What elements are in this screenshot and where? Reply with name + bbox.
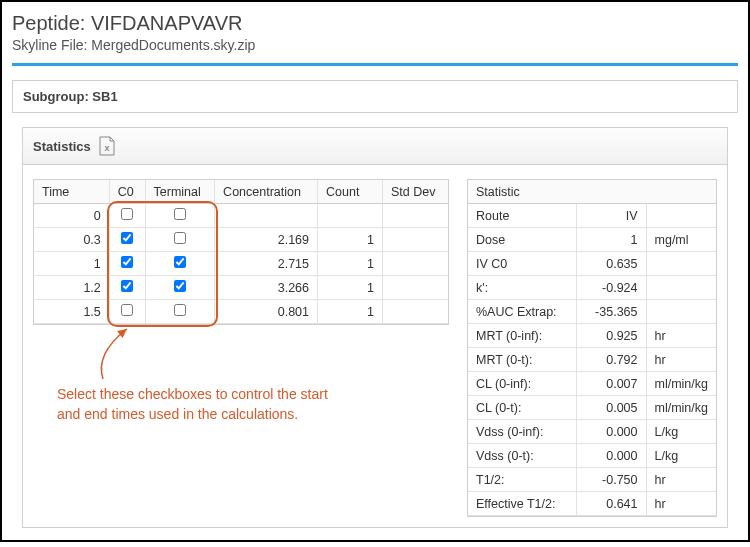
concentration-cell: 3.266: [215, 276, 318, 300]
time-table-wrap: Time C0 Terminal Concentration Count Std…: [33, 179, 449, 424]
count-cell: 1: [318, 252, 383, 276]
time-table: Time C0 Terminal Concentration Count Std…: [33, 179, 449, 325]
c0-checkbox[interactable]: [121, 208, 133, 220]
terminal-checkbox[interactable]: [174, 256, 186, 268]
c0-checkbox[interactable]: [121, 280, 133, 292]
stat-unit-cell: mg/ml: [647, 228, 716, 252]
table-row: MRT (0-t):0.792hr: [468, 348, 716, 372]
stat-unit-cell: [647, 276, 716, 300]
terminal-checkbox[interactable]: [174, 280, 186, 292]
stat-value-cell: 1: [577, 228, 647, 252]
table-row: CL (0-inf):0.007ml/min/kg: [468, 372, 716, 396]
stddev-cell: [383, 228, 448, 252]
stat-unit-cell: hr: [647, 468, 716, 492]
terminal-checkbox[interactable]: [174, 232, 186, 244]
excel-export-icon[interactable]: x: [99, 136, 115, 156]
concentration-cell: [215, 204, 318, 228]
stat-value-cell: 0.000: [577, 420, 647, 444]
statistics-panel: Statistics x Time C0 Terminal: [22, 127, 728, 528]
col-stddev: Std Dev: [383, 180, 448, 204]
terminal-checkbox[interactable]: [174, 304, 186, 316]
col-terminal: Terminal: [146, 180, 216, 204]
stat-value-cell: 0.007: [577, 372, 647, 396]
stddev-cell: [383, 204, 448, 228]
subgroup-label: Subgroup:: [23, 89, 89, 104]
stat-unit-cell: hr: [647, 348, 716, 372]
table-row: Effective T1/2:0.641hr: [468, 492, 716, 516]
table-row: 1.50.8011: [34, 300, 448, 324]
stat-value-cell: 0.925: [577, 324, 647, 348]
stat-unit-cell: L/kg: [647, 444, 716, 468]
stat-value-cell: 0.635: [577, 252, 647, 276]
subgroup-bar: Subgroup: SB1: [12, 80, 738, 113]
stat-unit-cell: L/kg: [647, 420, 716, 444]
stat-unit-cell: [647, 204, 716, 228]
stat-value-cell: -0.924: [577, 276, 647, 300]
col-count: Count: [318, 180, 383, 204]
stat-table-wrap: Statistic RouteIVDose1mg/mlIV C00.635k':…: [467, 179, 717, 517]
col-concentration: Concentration: [215, 180, 318, 204]
col-c0: C0: [110, 180, 146, 204]
subgroup-name: SB1: [92, 89, 117, 104]
app-window: Peptide: VIFDANAPVAVR Skyline File: Merg…: [0, 0, 750, 542]
stat-name-cell: IV C0: [468, 252, 577, 276]
c0-checkbox[interactable]: [121, 232, 133, 244]
table-row: RouteIV: [468, 204, 716, 228]
table-row: 1.23.2661: [34, 276, 448, 300]
stat-table: Statistic RouteIVDose1mg/mlIV C00.635k':…: [467, 179, 717, 517]
stddev-cell: [383, 276, 448, 300]
concentration-cell: 2.715: [215, 252, 318, 276]
table-row: IV C00.635: [468, 252, 716, 276]
table-row: Vdss (0-inf):0.000L/kg: [468, 420, 716, 444]
count-cell: [318, 204, 383, 228]
stat-name-cell: CL (0-t):: [468, 396, 577, 420]
table-row: CL (0-t):0.005ml/min/kg: [468, 396, 716, 420]
table-row: 0: [34, 204, 448, 228]
count-cell: 1: [318, 300, 383, 324]
svg-text:x: x: [104, 143, 109, 153]
stat-value-cell: -35.365: [577, 300, 647, 324]
stat-name-cell: T1/2:: [468, 468, 577, 492]
peptide-value: VIFDANAPVAVR: [91, 12, 243, 34]
skyline-label: Skyline File:: [12, 37, 87, 53]
stat-value-cell: -0.750: [577, 468, 647, 492]
skyline-value: MergedDocuments.sky.zip: [91, 37, 255, 53]
stat-name-cell: CL (0-inf):: [468, 372, 577, 396]
col-time: Time: [34, 180, 110, 204]
stat-name-cell: MRT (0-inf):: [468, 324, 577, 348]
skyline-file-line: Skyline File: MergedDocuments.sky.zip: [12, 37, 738, 53]
terminal-checkbox[interactable]: [174, 208, 186, 220]
peptide-title: Peptide: VIFDANAPVAVR: [12, 12, 738, 35]
stat-unit-cell: [647, 252, 716, 276]
stat-value-cell: 0.000: [577, 444, 647, 468]
stat-name-cell: Effective T1/2:: [468, 492, 577, 516]
col-statistic: Statistic: [468, 180, 716, 204]
stat-unit-cell: [647, 300, 716, 324]
table-row: T1/2:-0.750hr: [468, 468, 716, 492]
stat-name-cell: k':: [468, 276, 577, 300]
stddev-cell: [383, 300, 448, 324]
time-cell: 0: [34, 204, 110, 228]
table-row: 0.32.1691: [34, 228, 448, 252]
stat-name-cell: Vdss (0-t):: [468, 444, 577, 468]
stat-name-cell: Vdss (0-inf):: [468, 420, 577, 444]
stat-name-cell: Dose: [468, 228, 577, 252]
count-cell: 1: [318, 228, 383, 252]
c0-checkbox[interactable]: [121, 256, 133, 268]
c0-checkbox[interactable]: [121, 304, 133, 316]
annotation-text: Select these checkboxes to control the s…: [57, 385, 337, 424]
stat-unit-cell: ml/min/kg: [647, 396, 716, 420]
table-row: k':-0.924: [468, 276, 716, 300]
time-cell: 1: [34, 252, 110, 276]
time-cell: 1.5: [34, 300, 110, 324]
stddev-cell: [383, 252, 448, 276]
statistics-panel-header: Statistics x: [23, 128, 727, 165]
stat-name-cell: MRT (0-t):: [468, 348, 577, 372]
stat-name-cell: %AUC Extrap:: [468, 300, 577, 324]
stat-unit-cell: hr: [647, 492, 716, 516]
time-cell: 1.2: [34, 276, 110, 300]
table-row: Dose1mg/ml: [468, 228, 716, 252]
stat-name-cell: Route: [468, 204, 577, 228]
time-cell: 0.3: [34, 228, 110, 252]
stat-unit-cell: ml/min/kg: [647, 372, 716, 396]
